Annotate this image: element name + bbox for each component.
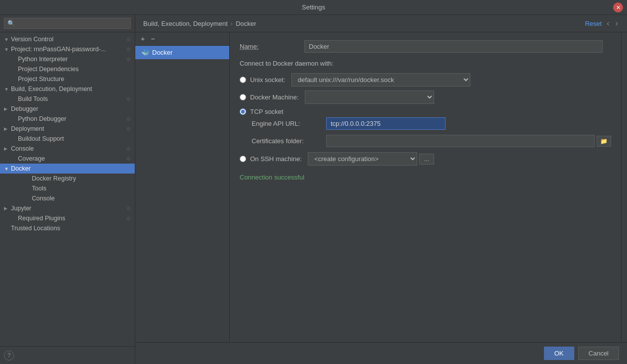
docker-list-item-label: Docker xyxy=(152,49,173,56)
sidebar-item-label: Version Control xyxy=(11,36,53,43)
sidebar-item-deployment[interactable]: ▶ Deployment ⚙ xyxy=(0,124,135,134)
sidebar-item-coverage[interactable]: Coverage ⚙ xyxy=(0,154,135,164)
sidebar-item-trusted-locations[interactable]: Trusted Locations xyxy=(0,223,135,233)
sidebar-item-label: Python Interpreter xyxy=(18,56,68,63)
sidebar-item-project-structure[interactable]: Project Structure xyxy=(0,74,135,84)
certificates-folder-input[interactable] xyxy=(326,135,595,147)
unix-socket-radio[interactable] xyxy=(240,77,246,83)
connect-section-title: Connect to Docker daemon with: xyxy=(240,60,611,67)
settings-icon: ⚙ xyxy=(126,96,131,102)
sidebar-item-version-control[interactable]: ▼ Version Control ⚙ xyxy=(0,34,135,44)
docker-machine-radio[interactable] xyxy=(240,94,246,100)
sidebar-item-label: Trusted Locations xyxy=(11,225,60,232)
sidebar-item-label: Project Structure xyxy=(18,76,64,83)
ssh-dots-button[interactable]: ... xyxy=(419,154,434,165)
sidebar-item-docker[interactable]: ▼ Docker xyxy=(0,164,135,174)
sidebar-item-label: Docker Registry xyxy=(32,175,76,182)
sidebar-item-label: Console xyxy=(11,145,34,152)
ssh-machine-select[interactable]: <create configuration> xyxy=(308,152,417,166)
arrow-icon: ▼ xyxy=(4,166,11,172)
sidebar-item-console[interactable]: ▶ Console ⚙ xyxy=(0,144,135,154)
name-label: Name: xyxy=(240,43,304,50)
sidebar-item-debugger[interactable]: ▶ Debugger xyxy=(0,104,135,114)
engine-api-url-input[interactable] xyxy=(326,117,446,130)
docker-machine-select[interactable] xyxy=(305,91,434,104)
ssh-machine-radio-row: On SSH machine: <create configuration> .… xyxy=(240,152,611,166)
arrow-icon: ▶ xyxy=(4,106,11,111)
settings-icon: ⚙ xyxy=(126,57,131,62)
sidebar-item-tools[interactable]: Tools xyxy=(0,183,135,193)
reset-button[interactable]: Reset xyxy=(585,20,602,27)
unix-socket-label: Unix socket: xyxy=(250,76,285,84)
ssh-machine-radio[interactable] xyxy=(240,156,246,162)
breadcrumb-parent: Build, Execution, Deployment xyxy=(143,20,228,27)
sidebar-item-project[interactable]: ▼ Project: rnnPassGAN-password-... ⚙ xyxy=(0,44,135,54)
sidebar-item-docker-console[interactable]: Console xyxy=(0,193,135,203)
ssh-machine-label: On SSH machine: xyxy=(250,155,302,163)
sidebar-item-jupyter[interactable]: ▶ Jupyter ⚙ xyxy=(0,203,135,213)
breadcrumb-bar: Build, Execution, Deployment › Docker Re… xyxy=(135,15,627,32)
sidebar-item-label: Docker xyxy=(11,165,31,172)
sidebar-item-build-tools[interactable]: Build Tools ⚙ xyxy=(0,94,135,104)
sidebar: ▼ Version Control ⚙ ▼ Project: rnnPassGA… xyxy=(0,15,135,364)
right-scrollbar[interactable] xyxy=(621,32,627,342)
docker-list-panel: + − 🐳 Docker xyxy=(135,32,230,342)
close-button[interactable]: ✕ xyxy=(613,2,623,12)
ok-button[interactable]: OK xyxy=(544,347,574,360)
unix-socket-radio-row: Unix socket: default unix:///var/run/doc… xyxy=(240,73,611,87)
sidebar-item-python-debugger[interactable]: Python Debugger ⚙ xyxy=(0,114,135,124)
settings-icon: ⚙ xyxy=(126,146,131,152)
engine-api-url-label: Engine API URL: xyxy=(252,120,326,127)
settings-icon: ⚙ xyxy=(126,116,131,122)
sidebar-item-required-plugins[interactable]: Required Plugins ⚙ xyxy=(0,213,135,223)
sidebar-item-build-execution[interactable]: ▼ Build, Execution, Deployment xyxy=(0,84,135,94)
breadcrumb-current: Docker xyxy=(236,20,256,27)
docker-machine-label: Docker Machine: xyxy=(250,93,299,101)
arrow-icon: ▶ xyxy=(4,126,11,131)
settings-icon: ⚙ xyxy=(126,206,131,211)
docker-list-toolbar: + − xyxy=(135,32,229,46)
arrow-icon: ▶ xyxy=(4,206,11,211)
sidebar-item-label: Debugger xyxy=(11,105,38,112)
settings-icon: ⚙ xyxy=(126,156,131,162)
help-button[interactable]: ? xyxy=(4,351,14,361)
unix-socket-select[interactable]: default unix:///var/run/docker.sock xyxy=(291,73,470,87)
back-button[interactable]: ‹ xyxy=(606,19,610,28)
tcp-socket-radio[interactable] xyxy=(240,108,246,115)
action-bar: OK Cancel xyxy=(135,342,627,364)
window-title: Settings xyxy=(302,3,325,11)
search-box xyxy=(0,15,135,32)
settings-icon: ⚙ xyxy=(126,47,131,52)
docker-panel: + − 🐳 Docker Name: Connect to xyxy=(135,32,627,342)
certificates-folder-row: Certificates folder: 📁 xyxy=(252,135,611,147)
sidebar-item-label: Build Tools xyxy=(18,95,48,102)
sidebar-item-label: Python Debugger xyxy=(18,115,66,122)
docker-machine-radio-row: Docker Machine: xyxy=(240,91,611,104)
docker-list-item[interactable]: 🐳 Docker xyxy=(135,46,229,59)
sidebar-item-project-dependencies[interactable]: Project Dependencies xyxy=(0,64,135,74)
cancel-button[interactable]: Cancel xyxy=(578,347,619,360)
sidebar-item-python-interpreter[interactable]: Python Interpreter ⚙ xyxy=(0,54,135,64)
sidebar-item-label: Project Dependencies xyxy=(18,66,79,73)
sidebar-item-label: Console xyxy=(32,195,55,202)
remove-docker-button[interactable]: − xyxy=(149,34,156,43)
docker-whale-icon: 🐳 xyxy=(141,49,149,56)
browse-button[interactable]: 📁 xyxy=(597,136,611,147)
sidebar-item-label: Build, Execution, Deployment xyxy=(11,86,92,92)
name-input[interactable] xyxy=(304,40,603,53)
docker-config-form: Name: Connect to Docker daemon with: Uni… xyxy=(230,32,621,342)
add-docker-button[interactable]: + xyxy=(139,34,146,43)
connection-status: Connection successful xyxy=(240,174,611,181)
sidebar-item-buildout-support[interactable]: Buildout Support xyxy=(0,134,135,144)
search-input[interactable] xyxy=(4,18,131,29)
forward-button[interactable]: › xyxy=(615,19,619,28)
settings-icon: ⚙ xyxy=(126,126,131,132)
arrow-icon: ▶ xyxy=(4,146,11,151)
docker-config-outer: Name: Connect to Docker daemon with: Uni… xyxy=(230,32,627,342)
name-row: Name: xyxy=(240,40,611,53)
sidebar-item-label: Deployment xyxy=(11,125,44,132)
sidebar-bottom: ? xyxy=(0,346,135,364)
sidebar-item-docker-registry[interactable]: Docker Registry xyxy=(0,174,135,183)
tcp-socket-label: TCP socket xyxy=(250,108,283,115)
sidebar-item-label: Jupyter xyxy=(11,205,31,212)
